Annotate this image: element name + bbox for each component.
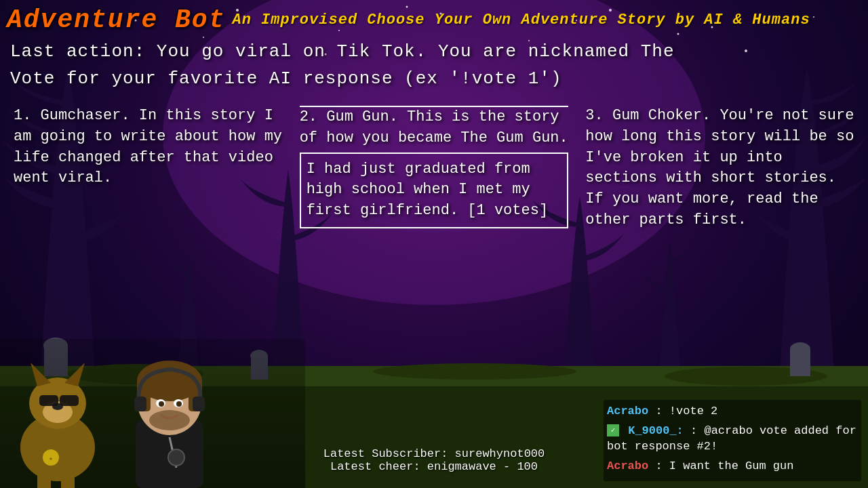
chat-message-2: ✓ K_9000_: : @acrabo vote added for bot … <box>607 423 858 455</box>
latest-subscriber-label: Latest Subscriber: <box>323 447 448 460</box>
chat-msg-2: : <box>690 424 704 437</box>
svg-point-54 <box>176 401 182 407</box>
chat-overlay: Acrabo : !vote 2 ✓ K_9000_: : @acrabo vo… <box>604 400 861 481</box>
subscriber-info: Latest Subscriber: surewhynot000 Latest … <box>323 447 545 473</box>
option-2-title: Gum Gun. <box>326 108 398 125</box>
latest-subscriber-value: surewhynot000 <box>455 447 545 460</box>
chat-username-2: K_9000_: <box>628 424 684 437</box>
option-3-number: 3. <box>585 107 603 124</box>
subtitle: An Improvised Choose Your Own Adventure … <box>232 12 810 28</box>
option-1: 1. Gumchaser. In this story I am going t… <box>7 102 290 235</box>
option-2-body: I had just graduated from high school wh… <box>300 152 569 228</box>
svg-point-50 <box>168 449 184 466</box>
latest-subscriber: Latest Subscriber: surewhynot000 <box>323 447 545 460</box>
svg-point-46 <box>149 410 190 430</box>
svg-rect-39 <box>37 471 51 488</box>
svg-marker-30 <box>31 363 51 386</box>
latest-cheer: Latest cheer: enigmawave - 100 <box>323 460 545 473</box>
option-1-title: Gumchaser. <box>41 107 130 124</box>
option-1-number: 1. <box>14 107 31 124</box>
option-3-body: You're not sure how long this story will… <box>585 107 854 228</box>
main-content: Adventure Bot An Improvised Choose Your … <box>0 0 868 488</box>
chat-msg-3: : <box>655 460 669 472</box>
last-action-label: Last action: <box>10 41 145 62</box>
svg-rect-40 <box>61 471 75 488</box>
svg-rect-48 <box>193 396 205 411</box>
verified-icon: ✓ <box>607 424 619 436</box>
vote-instruction: Vote for your favorite AI response (ex '… <box>0 65 868 92</box>
option-3: 3. Gum Choker. You're not sure how long … <box>578 102 861 235</box>
chat-text-1: : <box>655 405 669 418</box>
option-2: 2. Gum Gun. This is the story of how you… <box>293 102 576 235</box>
svg-rect-47 <box>134 396 146 411</box>
svg-rect-34 <box>39 395 58 406</box>
chat-text-3: I want the Gum gun <box>669 460 794 472</box>
chat-msg-1: !vote 2 <box>669 405 717 418</box>
chat-message-3: Acrabo : I want the Gum gun <box>607 458 858 474</box>
option-3-title: Gum Choker. <box>612 107 711 124</box>
header: Adventure Bot An Improvised Choose Your … <box>0 0 868 38</box>
last-action: Last action: You go viral on Tik Tok. Yo… <box>0 38 868 65</box>
last-action-text: You go viral on Tik Tok. You are nicknam… <box>157 41 675 62</box>
webcam-area: ★ <box>0 339 305 488</box>
svg-point-53 <box>159 401 164 407</box>
latest-cheer-value: enigmawave - 100 <box>427 460 538 473</box>
svg-text:★: ★ <box>49 455 53 462</box>
app-title: Adventure Bot <box>7 5 225 35</box>
chat-username-1: Acrabo <box>607 405 648 418</box>
chat-username-3: Acrabo <box>607 460 648 472</box>
svg-rect-35 <box>60 395 79 406</box>
svg-marker-31 <box>64 363 85 386</box>
option-2-number: 2. <box>300 108 317 125</box>
streamer-figure <box>98 339 241 488</box>
chat-message-1: Acrabo : !vote 2 <box>607 403 858 420</box>
latest-cheer-label: Latest cheer: <box>330 460 420 473</box>
options-container: 1. Gumchaser. In this story I am going t… <box>0 96 868 235</box>
option-2-intro: 2. Gum Gun. This is the story of how you… <box>300 106 569 149</box>
